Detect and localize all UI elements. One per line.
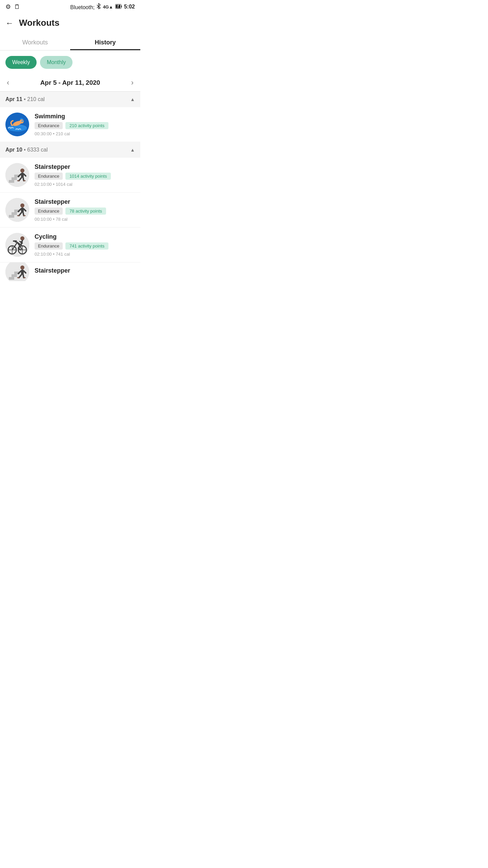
workout-meta-stairstepper2: 00:10:00 • 78 cal: [35, 217, 135, 222]
workout-avatar-stairstepper2: [5, 198, 29, 222]
workout-meta-cycling: 02:10:00 • 741 cal: [35, 252, 135, 257]
workout-name-cycling: Cycling: [35, 233, 135, 240]
workout-info-stairstepper2: Stairstepper Endurance 78 activity point…: [35, 198, 135, 222]
workout-info-cycling: Cycling Endurance 741 activity points 02…: [35, 233, 135, 257]
top-bar: ← Workouts: [0, 14, 140, 34]
status-right-icons: Bluetooth; 4G▲ 5:02: [70, 3, 135, 11]
workout-info-stairstepper1: Stairstepper Endurance 1014 activity poi…: [35, 163, 135, 187]
day-header-apr11-text: Apr 11 • 210 cal: [5, 96, 45, 102]
workout-item-stairstepper2[interactable]: Stairstepper Endurance 78 activity point…: [0, 193, 140, 228]
workout-name-stairstepper3: Stairstepper: [35, 267, 135, 274]
workout-info-swimming: Swimming Endurance 210 activity points 0…: [35, 113, 135, 136]
collapse-icon-apr10: ▲: [130, 147, 135, 153]
tabs-container: Workouts History: [0, 34, 140, 51]
workout-avatar-swimming: [5, 113, 29, 136]
workout-avatar-cycling: [5, 233, 29, 257]
filter-row: Weekly Monthly: [0, 51, 140, 74]
workout-tags-stairstepper1: Endurance 1014 activity points: [35, 173, 135, 180]
workout-item-cycling[interactable]: Cycling Endurance 741 activity points 02…: [0, 228, 140, 262]
svg-line-54: [23, 274, 24, 278]
status-left-icons: ⚙ 🗒: [5, 3, 20, 11]
settings-icon: ⚙: [5, 3, 11, 11]
battery-icon: [115, 4, 122, 10]
svg-rect-29: [21, 208, 24, 212]
time-display: 5:02: [124, 4, 135, 10]
workout-meta-stairstepper1: 02:10:00 • 1014 cal: [35, 182, 135, 187]
tag-points-cycling: 741 activity points: [65, 242, 108, 250]
svg-rect-17: [21, 173, 24, 177]
svg-point-11: [21, 120, 23, 122]
workout-avatar-stairstepper1: [5, 163, 29, 187]
tag-endurance-cycling: Endurance: [35, 242, 63, 250]
bluetooth-icon: Bluetooth;: [70, 3, 101, 11]
day-group-apr10: Apr 10 • 6333 cal ▲: [0, 142, 140, 281]
day-header-apr10[interactable]: Apr 10 • 6333 cal ▲: [0, 142, 140, 158]
svg-rect-13: [9, 180, 14, 183]
workout-item-stairstepper3[interactable]: Stairstepper: [0, 262, 140, 281]
svg-point-51: [20, 265, 24, 270]
workout-tags-stairstepper2: Endurance 78 activity points: [35, 208, 135, 215]
svg-point-16: [20, 169, 24, 173]
svg-rect-52: [21, 270, 24, 274]
svg-point-28: [20, 203, 24, 208]
svg-line-19: [23, 177, 24, 181]
prev-date-button[interactable]: ‹: [7, 78, 9, 87]
next-date-button[interactable]: ›: [131, 78, 134, 87]
svg-line-31: [23, 212, 24, 216]
tab-workouts[interactable]: Workouts: [0, 34, 70, 50]
svg-rect-48: [9, 277, 14, 280]
workout-tags-swimming: Endurance 210 activity points: [35, 122, 135, 129]
workout-avatar-stairstepper3: [5, 262, 29, 281]
signal-icon: 4G▲: [103, 4, 113, 9]
filter-weekly[interactable]: Weekly: [5, 56, 37, 69]
tag-points-swimming: 210 activity points: [65, 122, 108, 129]
svg-rect-26: [12, 212, 17, 215]
tag-endurance-stairstepper1: Endurance: [35, 173, 63, 180]
workout-item-stairstepper1[interactable]: Stairstepper Endurance 1014 activity poi…: [0, 158, 140, 193]
clipboard-icon: 🗒: [14, 3, 20, 11]
tag-points-stairstepper2: 78 activity points: [65, 208, 106, 215]
day-group-apr11: Apr 11 • 210 cal ▲: [0, 92, 140, 142]
tab-history[interactable]: History: [70, 34, 140, 50]
day-header-apr10-text: Apr 10 • 6333 cal: [5, 147, 48, 153]
date-range-text: Apr 5 - Apr 11, 2020: [40, 79, 100, 86]
tag-endurance-stairstepper2: Endurance: [35, 208, 63, 215]
workout-item-swimming[interactable]: Swimming Endurance 210 activity points 0…: [0, 107, 140, 142]
svg-rect-1: [121, 5, 122, 7]
svg-rect-25: [9, 215, 14, 218]
collapse-icon-apr11: ▲: [130, 97, 135, 102]
page-title: Workouts: [19, 18, 59, 28]
tag-points-stairstepper1: 1014 activity points: [65, 173, 111, 180]
day-header-apr11[interactable]: Apr 11 • 210 cal ▲: [0, 92, 140, 107]
status-bar: ⚙ 🗒 Bluetooth; 4G▲ 5:02: [0, 0, 140, 14]
workout-name-stairstepper1: Stairstepper: [35, 163, 135, 171]
workout-meta-swimming: 00:30:00 • 210 cal: [35, 131, 135, 136]
tag-endurance-swimming: Endurance: [35, 122, 63, 129]
date-navigation: ‹ Apr 5 - Apr 11, 2020 ›: [0, 74, 140, 92]
svg-rect-14: [12, 177, 17, 180]
workout-tags-cycling: Endurance 741 activity points: [35, 242, 135, 250]
workout-name-swimming: Swimming: [35, 113, 135, 120]
svg-rect-49: [12, 274, 17, 277]
filter-monthly[interactable]: Monthly: [40, 56, 73, 69]
workout-name-stairstepper2: Stairstepper: [35, 198, 135, 205]
back-button[interactable]: ←: [5, 18, 14, 28]
workout-info-stairstepper3: Stairstepper: [35, 267, 135, 276]
